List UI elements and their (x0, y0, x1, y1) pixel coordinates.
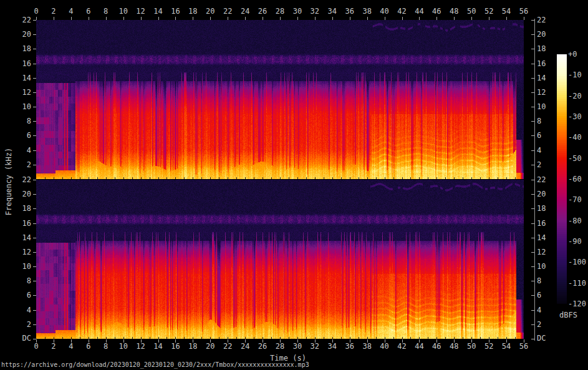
x-tick-label: 14 (153, 342, 162, 351)
x-tick-label: 16 (171, 7, 180, 16)
x-tick-label: 18 (188, 342, 197, 351)
y-tick-label: 16 (537, 219, 546, 228)
x-tick-label: 30 (293, 342, 302, 351)
y-tick-label: 22 (0, 16, 31, 24)
y-tick-label: 12 (537, 88, 546, 97)
y-tick-label: 8 (537, 117, 541, 125)
y-tick-label: 14 (0, 74, 31, 82)
y-tick-label: 10 (0, 262, 31, 271)
y-tick-label: 6 (537, 291, 541, 299)
y-tick-label: 4 (537, 306, 541, 314)
x-tick-label: 34 (328, 7, 337, 16)
y-tick-label: 8 (0, 117, 31, 125)
y-tick-label: 22 (537, 175, 546, 184)
x-tick-label: 2 (51, 342, 55, 351)
x-tick-label: 36 (345, 342, 354, 351)
y-tick-label: 10 (0, 102, 31, 111)
y-tick-label: 2 (0, 320, 31, 329)
x-tick-label: 0 (34, 7, 38, 16)
y-tick-label-dc: DC (0, 334, 31, 343)
x-tick-label: 10 (118, 342, 127, 351)
y-tick-label: 20 (537, 30, 546, 39)
y-tick-label: 12 (537, 248, 546, 256)
colorbar-tick-label: -70 (568, 195, 582, 204)
x-tick-label: 50 (467, 342, 476, 351)
x-tick-label: 8 (104, 342, 108, 351)
x-tick-label: 14 (153, 7, 162, 16)
x-tick-label: 38 (362, 7, 371, 16)
x-tick-label: 20 (206, 7, 214, 16)
x-tick-label: 28 (276, 7, 284, 16)
x-tick-label: 42 (397, 342, 406, 351)
y-tick-label: 20 (0, 30, 31, 39)
x-tick-label: 0 (34, 342, 38, 351)
y-tick-label: 12 (0, 88, 31, 97)
colorbar (557, 54, 567, 304)
x-tick-label: 40 (380, 342, 388, 351)
colorbar-unit-label: dBFS (559, 311, 577, 319)
x-tick-label: 16 (171, 342, 180, 351)
y-tick-label: 12 (0, 248, 31, 256)
colorbar-tick-label: -100 (568, 258, 586, 266)
y-tick-label: 10 (537, 262, 546, 271)
colorbar-tick-label: -90 (568, 237, 582, 246)
y-tick-label: 14 (537, 74, 546, 82)
x-tick-label: 42 (397, 7, 406, 16)
y-tick (33, 339, 36, 339)
y-tick-label: 4 (537, 146, 541, 155)
x-tick-label: 4 (69, 7, 73, 16)
colorbar-tick-label: -10 (568, 71, 582, 79)
x-tick-label: 6 (86, 342, 90, 351)
y-tick-label: 20 (537, 190, 546, 198)
x-tick-label: 28 (276, 342, 284, 351)
y-tick-label: 8 (0, 276, 31, 285)
y-tick-label: 14 (537, 233, 546, 242)
spectrogram-channel-left (36, 20, 524, 179)
x-tick-label: 46 (432, 342, 441, 351)
colorbar-tick-label: -60 (568, 175, 582, 183)
x-tick-label: 32 (311, 342, 319, 351)
x-tick-label: 24 (241, 7, 249, 16)
source-url-caption: https://archive.org/download/20230120_20… (1, 361, 309, 369)
x-tick-label: 22 (223, 342, 232, 351)
x-tick-label: 56 (519, 7, 528, 16)
x-tick-label: 10 (118, 7, 127, 16)
x-tick-label: 46 (432, 7, 441, 16)
y-tick-label: 18 (537, 204, 546, 213)
x-tick-label: 54 (502, 342, 511, 351)
y-tick-label: 2 (537, 320, 541, 329)
x-tick-label: 52 (484, 7, 493, 16)
colorbar-tick-label: +0 (568, 50, 577, 59)
colorbar-tick-label: -40 (568, 133, 582, 142)
x-tick-label: 48 (450, 342, 458, 351)
x-tick-label: 12 (136, 342, 145, 351)
x-tick-label: 4 (69, 342, 73, 351)
x-tick-label: 52 (484, 342, 493, 351)
x-tick-label: 18 (188, 7, 197, 16)
x-tick-label: 32 (311, 7, 319, 16)
x-tick-label: 56 (519, 342, 528, 351)
x-tick (524, 17, 524, 20)
x-tick-label: 38 (362, 342, 371, 351)
y-tick-label-dc: DC (537, 334, 546, 343)
colorbar-tick-label: -110 (568, 279, 586, 288)
colorbar-tick-label: -20 (568, 92, 582, 100)
x-tick-label: 36 (345, 7, 354, 16)
x-tick-label: 44 (415, 342, 423, 351)
x-tick-label: 54 (502, 7, 511, 16)
spectrogram-channel-right (36, 180, 524, 339)
x-tick-label: 48 (450, 7, 458, 16)
frequency-axis-title: Frequency (kHz) (4, 148, 13, 215)
y-tick-label: 22 (537, 16, 546, 24)
y-tick-label: 10 (537, 102, 546, 111)
colorbar-tick-label: -120 (568, 299, 586, 308)
y-tick-label: 18 (0, 44, 31, 53)
x-tick-label: 40 (380, 7, 388, 16)
y-tick-label: 4 (0, 306, 31, 314)
x-tick-label: 12 (136, 7, 145, 16)
y-tick-label: 18 (537, 44, 546, 53)
colorbar-tick-label: -80 (568, 217, 582, 225)
x-tick-label: 26 (258, 342, 267, 351)
y-tick-label: 14 (0, 233, 31, 242)
y-tick-label: 2 (537, 160, 541, 169)
